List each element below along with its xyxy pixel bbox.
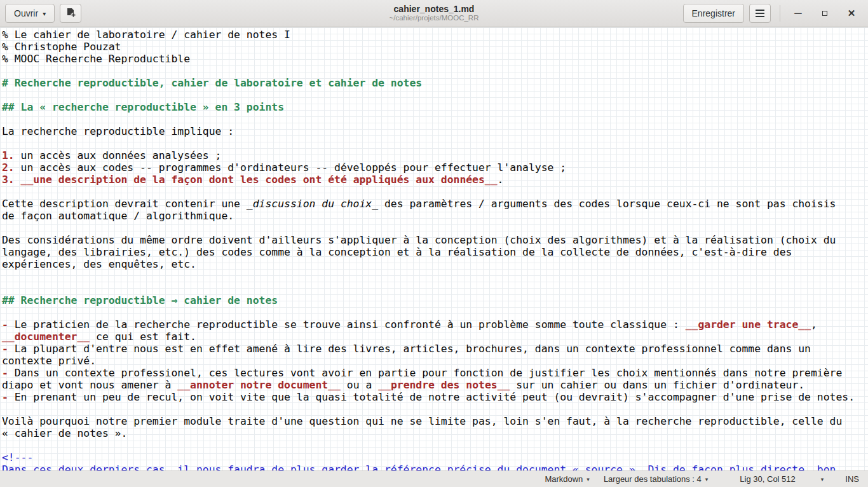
- editor-text-segment: % Christophe Pouzat: [2, 41, 121, 53]
- editor-text-segment: expériences, des enquêtes, etc.: [2, 258, 196, 270]
- editor-text-segment: langage, des librairies, etc.) des codes…: [2, 246, 792, 258]
- editor-text-segment: __: [378, 379, 391, 391]
- editor-line[interactable]: % Christophe Pouzat: [2, 41, 868, 53]
- close-button[interactable]: ✕: [846, 8, 857, 18]
- editor-text-segment: ## Recherche reproductible ⇒ cahier de n…: [2, 294, 278, 306]
- open-button-label: Ouvrir: [14, 8, 38, 18]
- editor-line[interactable]: <!---: [2, 451, 868, 463]
- editor-text-segment: ## La « recherche reproductible » en 3 p…: [2, 101, 284, 113]
- menu-button[interactable]: [749, 4, 771, 23]
- editor-line[interactable]: [2, 89, 868, 101]
- editor-line[interactable]: Dans ces deux derniers cas, il nous faud…: [2, 463, 868, 470]
- editor-text-segment: .: [498, 174, 504, 186]
- editor-text-segment: ,: [811, 319, 817, 331]
- editor-line[interactable]: [2, 113, 868, 125]
- editor-text-segment: garder une trace: [698, 319, 798, 331]
- cursor-position-button[interactable]: Lig 30, Col 512: [740, 474, 795, 484]
- editor-text-segment: La recherche reproductible implique :: [2, 125, 234, 137]
- editor-text-segment: Des considérations du même ordre doivent…: [2, 234, 836, 246]
- editor-line[interactable]: - En prenant un peu de recul, on voit vi…: [2, 391, 868, 403]
- editor-line[interactable]: [2, 270, 868, 282]
- status-bar: Markdown ▾ Largeur des tabulations : 4 ▾…: [0, 470, 868, 487]
- editor-text-segment: un accès aux codes -- programmes d'ordin…: [21, 161, 567, 174]
- editor-line[interactable]: % Le cahier de laboratoire / cahier de n…: [2, 29, 868, 41]
- language-label: Markdown: [545, 474, 583, 484]
- editor-text-segment: -: [2, 391, 15, 403]
- editor-line[interactable]: - La plupart d'entre nous est en effet a…: [2, 343, 868, 355]
- window-controls: ─ ✕: [789, 8, 863, 18]
- editor-text-segment: -: [2, 343, 15, 355]
- editor-text-segment: __: [798, 319, 811, 331]
- chevron-down-icon: ▾: [705, 476, 709, 483]
- editor-line[interactable]: langage, des librairies, etc.) des codes…: [2, 246, 868, 258]
- minimize-button[interactable]: ─: [793, 8, 803, 18]
- editor-line[interactable]: 2. un accès aux codes -- programmes d'or…: [2, 161, 868, 174]
- editor-text-segment: -: [2, 367, 15, 379]
- editor-text-segment: _discussion du choix_: [247, 198, 378, 210]
- chevron-down-icon: ▾: [821, 476, 824, 483]
- header-right: Enregistrer ─ ✕: [609, 4, 863, 23]
- editor-text-segment: __: [686, 319, 698, 331]
- editor-line[interactable]: Cette description devrait contenir une _…: [2, 198, 868, 210]
- editor-text-segment: Le praticien de la recherche reproductib…: [15, 319, 686, 331]
- editor-line[interactable]: - Dans un contexte professionel, ces lec…: [2, 367, 868, 379]
- editor-line[interactable]: contexte privé.: [2, 355, 868, 367]
- editor-text-segment: # Recherche reproductible, cahier de lab…: [2, 77, 422, 89]
- editor-text-segment: 2.: [2, 161, 21, 174]
- editor-line[interactable]: # Recherche reproductible, cahier de lab…: [2, 77, 868, 89]
- title-area: cahier_notes_1.md ~/cahier/projets/MOOC_…: [259, 4, 609, 22]
- header-left: Ouvrir ▾: [5, 4, 259, 23]
- editor-line[interactable]: expériences, des enquêtes, etc.: [2, 258, 868, 270]
- editor-line[interactable]: ## Recherche reproductible ⇒ cahier de n…: [2, 294, 868, 306]
- maximize-button[interactable]: [820, 8, 830, 18]
- editor-line[interactable]: 3. __une description de la façon dont le…: [2, 174, 868, 186]
- save-button-label: Enregistrer: [692, 8, 735, 18]
- editor-line[interactable]: [2, 306, 868, 319]
- editor-line[interactable]: Voilà pourquoi notre premier module trai…: [2, 415, 868, 427]
- editor-text-segment: de façon automatique / algorithmique.: [2, 210, 234, 222]
- editor-text-segment: % Le cahier de laboratoire / cahier de n…: [2, 29, 290, 41]
- save-button[interactable]: Enregistrer: [683, 4, 744, 23]
- editor-text-segment: -: [2, 319, 15, 331]
- editor-line[interactable]: __documenter__ ce qui est fait.: [2, 331, 868, 343]
- editor-line[interactable]: La recherche reproductible implique :: [2, 125, 868, 137]
- editor-line[interactable]: Des considérations du même ordre doivent…: [2, 234, 868, 246]
- language-selector[interactable]: Markdown ▾: [545, 474, 590, 484]
- editor-line[interactable]: [2, 222, 868, 234]
- editor-text-segment: __: [21, 174, 34, 186]
- editor-text-segment: __: [177, 379, 190, 391]
- editor-text-segment: % MOOC Recherche Reproductible: [2, 53, 190, 65]
- editor-line[interactable]: diapo et vont nous amener à __annoter no…: [2, 379, 868, 391]
- editor-text-segment: Dans ces deux derniers cas, il nous faud…: [2, 463, 836, 470]
- editor-line[interactable]: [2, 403, 868, 415]
- open-button[interactable]: Ouvrir ▾: [5, 4, 55, 23]
- editor-text-segment: « cahier de notes ».: [2, 427, 127, 439]
- document-title: cahier_notes_1.md: [259, 4, 609, 14]
- editor-line[interactable]: - Le praticien de la recherche reproduct…: [2, 319, 868, 331]
- editor-line[interactable]: ## La « recherche reproductible » en 3 p…: [2, 101, 868, 113]
- new-document-button[interactable]: [60, 4, 81, 23]
- editor-line[interactable]: 1. un accès aux données analysées ;: [2, 149, 868, 161]
- editor-text-segment: des paramètres / arguments des codes lor…: [378, 198, 836, 210]
- editor-line[interactable]: « cahier de notes ».: [2, 427, 868, 439]
- editor-text-segment: documenter: [15, 331, 78, 343]
- editor-line[interactable]: % MOOC Recherche Reproductible: [2, 53, 868, 65]
- maximize-icon: [822, 11, 827, 16]
- editor-line[interactable]: [2, 186, 868, 198]
- hamburger-menu-icon: [756, 10, 764, 17]
- chevron-down-icon: ▾: [587, 476, 590, 483]
- editor-text-segment: __: [498, 379, 510, 391]
- editor-line[interactable]: de façon automatique / algorithmique.: [2, 210, 868, 222]
- tab-width-label: Largeur des tabulations : 4: [604, 474, 702, 484]
- insert-mode-indicator: INS: [845, 474, 859, 484]
- editor-text-segment: ce qui est fait.: [90, 331, 196, 343]
- tab-width-selector[interactable]: Largeur des tabulations : 4 ▾: [604, 474, 708, 484]
- editor-line[interactable]: [2, 439, 868, 451]
- editor-text-segment: Cette description devrait contenir une: [2, 198, 247, 210]
- editor-line[interactable]: [2, 282, 868, 294]
- cursor-position-label: Lig 30, Col 512: [740, 474, 795, 484]
- editor-line[interactable]: [2, 65, 868, 77]
- text-editor-area[interactable]: % Le cahier de laboratoire / cahier de n…: [0, 27, 868, 470]
- editor-text-segment: une description de la façon dont les cod…: [33, 174, 485, 186]
- editor-line[interactable]: [2, 137, 868, 149]
